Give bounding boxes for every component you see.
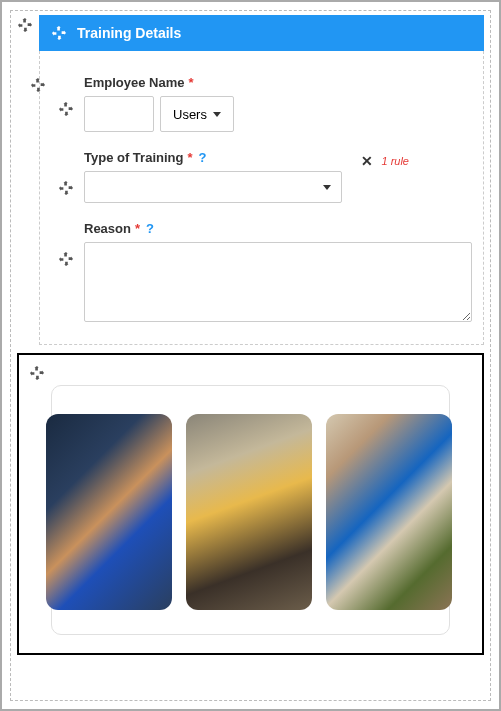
field-reason: Reason * ?: [54, 221, 469, 326]
move-icon[interactable]: [29, 365, 45, 381]
rule-badge[interactable]: 1 rule: [381, 155, 409, 167]
move-icon[interactable]: [58, 180, 74, 196]
help-icon[interactable]: ?: [146, 221, 154, 236]
move-icon[interactable]: [58, 251, 74, 267]
image-card: [51, 385, 450, 635]
field-label: Type of Training * ?: [84, 150, 206, 165]
caret-down-icon: [213, 112, 221, 117]
field-label: Reason * ?: [84, 221, 469, 236]
move-icon[interactable]: [51, 25, 67, 41]
caret-down-icon: [323, 185, 331, 190]
required-mark: *: [135, 221, 140, 236]
image-row: [46, 414, 452, 610]
move-icon[interactable]: [58, 101, 74, 117]
section-title: Training Details: [77, 25, 181, 41]
field-employee-name: Employee Name * Users: [54, 75, 469, 132]
photo-3: [326, 414, 452, 610]
required-mark: *: [188, 75, 193, 90]
image-section: [17, 353, 484, 655]
move-icon[interactable]: [30, 77, 46, 93]
photo-2: [186, 414, 312, 610]
users-dropdown-button[interactable]: Users: [160, 96, 234, 132]
form-body: Employee Name * Users Type of Training *…: [39, 51, 484, 345]
field-label: Employee Name *: [84, 75, 469, 90]
field-type-of-training: Type of Training * ? ✕ 1 rule: [54, 150, 469, 203]
help-icon[interactable]: ?: [199, 150, 207, 165]
move-icon[interactable]: [17, 17, 33, 33]
required-mark: *: [187, 150, 192, 165]
reason-textarea[interactable]: [84, 242, 472, 322]
employee-name-input[interactable]: [84, 96, 154, 132]
training-type-select[interactable]: [84, 171, 342, 203]
photo-1: [46, 414, 172, 610]
form-canvas: Training Details Employee Name * Users: [10, 10, 491, 701]
close-icon[interactable]: ✕: [361, 153, 373, 169]
section-header: Training Details: [39, 15, 484, 51]
